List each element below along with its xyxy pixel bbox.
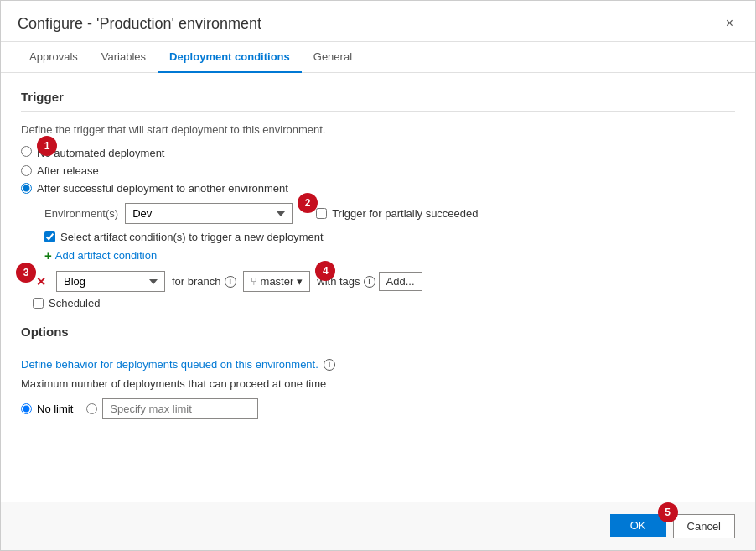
add-artifact-label[interactable]: Add artifact condition xyxy=(55,249,157,262)
tab-general[interactable]: General xyxy=(302,42,364,73)
select-artifact-label[interactable]: Select artifact condition(s) to trigger … xyxy=(60,231,324,243)
scheduled-checkbox[interactable] xyxy=(33,298,44,309)
options-section: Options Define behavior for deployments … xyxy=(21,325,735,419)
trigger-partial: Trigger for partially succeeded xyxy=(316,207,478,220)
options-radios: No limit xyxy=(21,398,735,419)
ok-button-wrap: 5 OK xyxy=(610,514,666,538)
title-bar: Configure - 'Production' environment × xyxy=(1,1,755,42)
add-tags-button[interactable]: Add... xyxy=(379,272,422,291)
close-button[interactable]: × xyxy=(721,14,738,33)
after-release-label[interactable]: After release xyxy=(37,164,99,177)
specify-max-input[interactable] xyxy=(102,398,258,419)
artifact-select-wrap: Blog xyxy=(56,271,165,292)
specify-limit-radio[interactable] xyxy=(86,403,97,414)
options-description: Define behavior for deployments queued o… xyxy=(21,358,735,371)
radio-no-auto: 1 No automated deployment xyxy=(21,146,735,159)
after-release-radio[interactable] xyxy=(21,165,32,176)
branch-btn-wrap: 4 ⑂ master ▾ xyxy=(243,271,311,292)
branch-value: master xyxy=(261,275,294,288)
specify-limit-option xyxy=(86,398,258,419)
environment-dropdown-wrap: Dev 2 xyxy=(125,203,293,224)
select-artifact-checkbox[interactable] xyxy=(44,231,55,242)
callout-3: 3 xyxy=(16,263,36,283)
branch-button[interactable]: ⑂ master ▾ xyxy=(243,271,311,292)
tab-deployment-conditions[interactable]: Deployment conditions xyxy=(158,42,302,73)
dialog-content: Trigger Define the trigger that will sta… xyxy=(1,73,755,502)
trigger-title: Trigger xyxy=(21,90,735,104)
options-info-icon: i xyxy=(324,359,335,371)
scheduled-label[interactable]: Scheduled xyxy=(49,297,100,309)
no-limit-radio[interactable] xyxy=(21,403,32,414)
scheduled-row: Scheduled xyxy=(33,297,735,309)
trigger-description: Define the trigger that will start deplo… xyxy=(21,123,735,136)
artifact-select[interactable]: Blog xyxy=(56,271,165,292)
trigger-partial-label[interactable]: Trigger for partially succeeded xyxy=(332,207,478,220)
branch-icon: ⑂ xyxy=(251,275,257,288)
callout-1: 1 xyxy=(37,136,57,156)
no-limit-label[interactable]: No limit xyxy=(37,403,73,415)
dialog-footer: 5 OK Cancel xyxy=(1,502,755,550)
callout-2: 2 xyxy=(298,193,318,213)
radio-after-release: After release xyxy=(21,164,735,177)
tab-approvals[interactable]: Approvals xyxy=(18,42,90,73)
no-limit-option: No limit xyxy=(21,403,73,415)
radio-after-successful: After successful deployment to another e… xyxy=(21,182,735,195)
branch-info-icon: i xyxy=(225,276,236,288)
environment-select[interactable]: Dev xyxy=(125,203,293,224)
configure-dialog: Configure - 'Production' environment × A… xyxy=(0,0,756,551)
branch-chevron-icon: ▾ xyxy=(297,275,303,288)
select-artifact-row: Select artifact condition(s) to trigger … xyxy=(44,231,735,243)
callout-5: 5 xyxy=(658,502,678,522)
after-successful-label[interactable]: After successful deployment to another e… xyxy=(37,182,288,195)
plus-icon: + xyxy=(44,248,52,263)
options-title: Options xyxy=(21,325,735,339)
tab-bar: Approvals Variables Deployment condition… xyxy=(1,42,755,73)
add-artifact-link[interactable]: + Add artifact condition xyxy=(44,248,735,263)
options-desc-text: Define behavior for deployments queued o… xyxy=(21,358,318,371)
trigger-section: Trigger Define the trigger that will sta… xyxy=(21,90,735,309)
tags-info-icon: i xyxy=(364,276,375,288)
for-branch-label: for branch xyxy=(172,275,221,288)
cancel-button[interactable]: Cancel xyxy=(673,514,735,538)
after-successful-radio[interactable] xyxy=(21,183,32,194)
for-branch: for branch i xyxy=(172,275,236,288)
tab-variables[interactable]: Variables xyxy=(90,42,158,73)
environment-label: Environment(s) xyxy=(44,207,118,220)
artifact-row: 3 ✕ Blog for branch i 4 ⑂ master xyxy=(33,271,735,292)
trigger-partial-checkbox[interactable] xyxy=(316,208,327,219)
options-max-label: Maximum number of deployments that can p… xyxy=(21,377,735,390)
ok-button[interactable]: OK xyxy=(610,514,666,537)
no-auto-radio[interactable] xyxy=(21,146,32,157)
dialog-title: Configure - 'Production' environment xyxy=(18,15,261,33)
environment-row: Environment(s) Dev 2 Trigger for partial… xyxy=(44,203,735,224)
